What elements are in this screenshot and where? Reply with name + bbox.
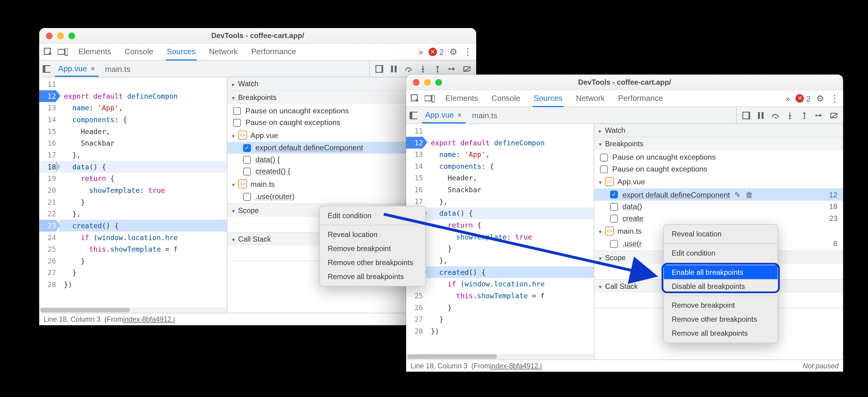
code-line[interactable]: Header,: [426, 172, 594, 184]
chevron-down-icon[interactable]: [232, 180, 235, 188]
checkbox-icon[interactable]: [610, 191, 618, 199]
gutter-line[interactable]: 15: [39, 125, 56, 137]
code-line[interactable]: components: {: [59, 114, 227, 126]
breakpoint-row[interactable]: data()18: [594, 201, 843, 213]
gutter-line[interactable]: 12: [39, 90, 56, 102]
titlebar[interactable]: DevTools - coffee-cart.app/: [39, 28, 476, 44]
inspect-icon[interactable]: [409, 94, 421, 103]
delete-icon[interactable]: 🗑: [746, 191, 753, 199]
horizontal-scrollbar[interactable]: [39, 307, 227, 313]
ctx-reveal-location[interactable]: Reveal location: [320, 228, 425, 242]
gear-icon[interactable]: [816, 93, 824, 104]
gutter-line[interactable]: 14: [406, 160, 423, 172]
navigator-toggle-icon[interactable]: [409, 111, 417, 119]
step-over-icon[interactable]: [404, 65, 412, 73]
breakpoint-row[interactable]: export default defineComponent✎🗑12: [594, 188, 843, 200]
more-tabs-icon[interactable]: [785, 94, 790, 103]
code-line[interactable]: },: [426, 254, 594, 266]
gutter-line[interactable]: 23: [39, 220, 56, 232]
code-line[interactable]: return {: [426, 219, 594, 231]
code-line[interactable]: }): [426, 325, 594, 337]
code-line[interactable]: }: [59, 255, 227, 267]
device-icon[interactable]: [57, 48, 68, 56]
pause-icon[interactable]: [390, 65, 398, 73]
ctx-remove-all-breakpoints[interactable]: Remove all breakpoints: [320, 270, 425, 284]
code-line[interactable]: },: [426, 196, 594, 207]
ctx-reveal-location[interactable]: Reveal location: [664, 227, 778, 241]
sourcemap-link[interactable]: index-8bfa4912.j: [490, 362, 542, 370]
pause-caught-row[interactable]: Pause on caught exceptions: [594, 163, 843, 175]
code-line[interactable]: }: [426, 313, 594, 325]
ctx-remove-breakpoint[interactable]: Remove breakpoint: [320, 242, 425, 256]
ctx-remove-all-breakpoints[interactable]: Remove all breakpoints: [664, 326, 778, 340]
gear-icon[interactable]: [450, 47, 457, 57]
chevron-down-icon[interactable]: [599, 254, 601, 262]
code-line[interactable]: }: [426, 243, 594, 255]
step-into-icon[interactable]: [786, 111, 794, 119]
checkbox-icon[interactable]: [243, 167, 251, 175]
step-over-icon[interactable]: [772, 111, 779, 119]
chevron-down-icon[interactable]: [599, 177, 601, 186]
checkbox-icon[interactable]: [243, 193, 251, 200]
debugger-toggle-icon[interactable]: [742, 111, 750, 119]
code-line[interactable]: }: [426, 302, 594, 313]
gutter-line[interactable]: 26: [406, 302, 423, 313]
step-icon[interactable]: [815, 111, 823, 119]
gutter-line[interactable]: 27: [39, 267, 56, 279]
chevron-down-icon[interactable]: [599, 227, 601, 235]
error-badge[interactable]: ✕2: [429, 47, 443, 56]
gutter-line[interactable]: 13: [406, 149, 423, 161]
sourcemap-link[interactable]: index-8bfa4912.j: [123, 315, 175, 323]
code-line[interactable]: name: 'App',: [426, 149, 594, 161]
watch-header[interactable]: Watch: [605, 126, 625, 135]
gutter-line[interactable]: 11: [406, 125, 423, 137]
tab-sources[interactable]: Sources: [166, 44, 197, 60]
code-line[interactable]: created() {: [426, 266, 594, 278]
breakpoint-row[interactable]: create23: [594, 212, 843, 224]
code-line[interactable]: Snackbar: [426, 184, 594, 196]
error-badge[interactable]: ✕2: [796, 94, 810, 103]
pause-uncaught-row[interactable]: Pause on uncaught exceptions: [594, 151, 843, 163]
gutter-line[interactable]: 28: [406, 325, 423, 337]
gutter-line[interactable]: 25: [39, 244, 56, 255]
chevron-down-icon[interactable]: [232, 93, 235, 102]
checkbox-icon[interactable]: [600, 153, 608, 161]
code-line[interactable]: },: [59, 208, 227, 220]
tab-network[interactable]: Network: [575, 90, 606, 107]
chevron-down-icon[interactable]: [232, 206, 235, 215]
code-line[interactable]: this.showTemplate = f: [426, 290, 594, 302]
ctx-edit-condition[interactable]: Edit condition: [664, 246, 778, 260]
code-line[interactable]: [426, 125, 594, 137]
gutter-line[interactable]: 26: [39, 255, 56, 267]
horizontal-scrollbar[interactable]: [406, 354, 594, 359]
chevron-down-icon[interactable]: [232, 235, 235, 244]
code-line[interactable]: components: {: [426, 160, 594, 172]
pause-icon[interactable]: [757, 111, 765, 119]
titlebar[interactable]: DevTools - coffee-cart.app/: [406, 75, 843, 90]
callstack-header[interactable]: Call Stack: [238, 235, 271, 244]
deactivate-bp-icon[interactable]: [830, 111, 838, 119]
filetab-appvue[interactable]: App.vue×: [422, 107, 466, 123]
code-line[interactable]: this.showTemplate = f: [59, 244, 227, 255]
gutter-line[interactable]: 13: [39, 102, 56, 114]
checkbox-icon[interactable]: [610, 215, 618, 222]
tab-console[interactable]: Console: [491, 90, 522, 107]
gutter-line[interactable]: 25: [406, 290, 423, 302]
tab-elements[interactable]: Elements: [444, 90, 479, 107]
code-line[interactable]: },: [59, 149, 227, 161]
tab-network[interactable]: Network: [208, 44, 239, 60]
checkbox-icon[interactable]: [243, 144, 251, 152]
gutter-line[interactable]: 17: [39, 149, 56, 161]
code-line[interactable]: data() {: [59, 161, 227, 173]
gutter-line[interactable]: 11: [39, 79, 56, 90]
gutter-line[interactable]: 18: [39, 161, 56, 173]
chevron-down-icon[interactable]: [599, 140, 601, 148]
callstack-header[interactable]: Call Stack: [605, 282, 638, 291]
gutter-line[interactable]: 21: [39, 196, 56, 208]
breakpoints-header[interactable]: Breakpoints: [238, 93, 276, 102]
step-out-icon[interactable]: [800, 111, 808, 119]
kebab-icon[interactable]: [830, 92, 840, 105]
gutter-line[interactable]: 22: [39, 208, 56, 220]
ctx-remove-other-breakpoints[interactable]: Remove other breakpoints: [664, 312, 778, 326]
filetab-appvue[interactable]: App.vue×: [55, 61, 98, 77]
